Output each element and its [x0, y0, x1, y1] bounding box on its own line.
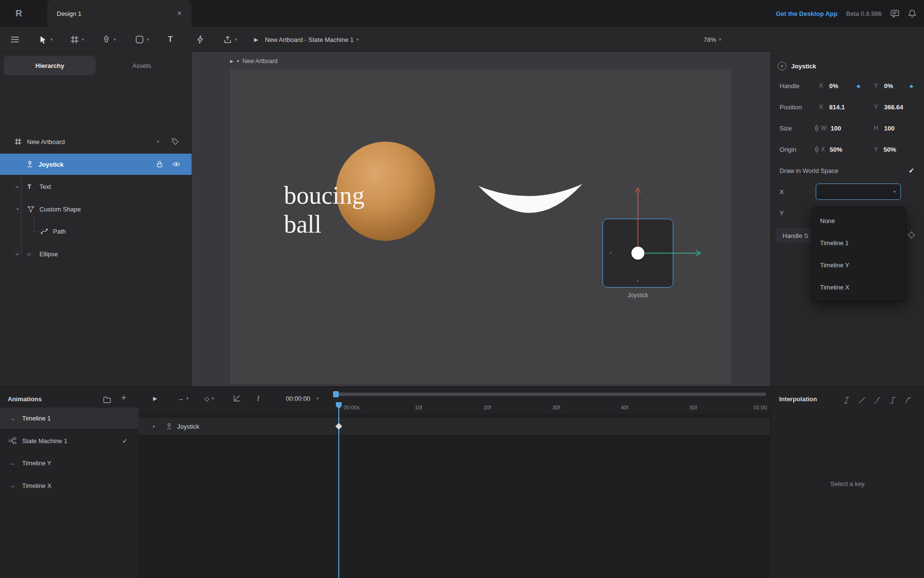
chevron-down-icon[interactable]: ▾	[186, 396, 189, 401]
x-source-dropdown[interactable]: ▾	[816, 184, 901, 200]
chevron-down-icon[interactable]: ▾	[357, 38, 359, 42]
chevron-down-icon[interactable]: ▾	[51, 38, 53, 42]
visibility-eye-icon[interactable]	[172, 161, 180, 168]
animation-item-state-machine-1[interactable]: State Machine 1 ✓	[0, 430, 139, 451]
tree-row-text[interactable]: ▸ T Text	[0, 176, 192, 197]
get-desktop-app-link[interactable]: Get the Desktop App	[776, 10, 837, 17]
shape-tool-button[interactable]: ▾	[135, 27, 149, 52]
playhead-scroll-marker[interactable]	[333, 391, 339, 397]
animation-item-timeline-x[interactable]: → Timeline X	[0, 475, 139, 496]
rive-logo-button[interactable]: R	[12, 6, 26, 21]
chevron-down-icon[interactable]: ▾	[235, 38, 237, 42]
chevron-right-icon[interactable]: ▸	[13, 183, 22, 191]
play-button[interactable]: ▶	[153, 387, 157, 410]
add-animation-icon[interactable]: +	[121, 393, 127, 403]
play-icon[interactable]: ▶	[254, 37, 258, 42]
handle-source-label: Handle S	[783, 232, 808, 239]
lock-icon[interactable]	[156, 160, 163, 168]
track-row-joystick[interactable]: ▸ Joystick	[139, 418, 770, 435]
export-button[interactable]: ▾	[223, 27, 237, 52]
chevron-down-icon[interactable]: ▾	[157, 140, 159, 144]
chevron-right-icon[interactable]: ▸	[13, 250, 22, 258]
interp-cubic-icon[interactable]	[873, 396, 881, 404]
interp-linear-icon[interactable]	[858, 396, 866, 404]
notifications-bell-icon[interactable]	[908, 9, 916, 18]
artboard-header[interactable]: ▶ ● New Artboard	[230, 56, 277, 66]
tree-row-path[interactable]: Path	[0, 221, 192, 242]
document-tab[interactable]: Design 1 ×	[47, 0, 192, 27]
interp-custom-icon[interactable]	[904, 396, 912, 404]
chevron-down-icon[interactable]: ▾	[82, 38, 84, 42]
preview-playback[interactable]: ▶ New Artboard - State Machine 1 ▾	[254, 27, 359, 52]
events-tool-button[interactable]	[196, 27, 204, 52]
axis-key: X	[821, 146, 825, 153]
keyframe-diamond-icon[interactable]: ◆	[910, 83, 913, 89]
new-folder-icon[interactable]	[103, 396, 111, 403]
dropdown-option-none[interactable]: None	[812, 210, 906, 232]
chevron-right-icon[interactable]: ▸	[153, 424, 155, 429]
keyframe-diamond-icon[interactable]: ◆	[857, 83, 860, 89]
graph-editor-button[interactable]	[233, 387, 241, 410]
tab-assets[interactable]: Assets	[96, 56, 188, 75]
chevron-down-icon[interactable]: ▾	[893, 190, 896, 194]
playhead-line[interactable]	[338, 408, 339, 578]
chevron-down-icon[interactable]: ▾	[317, 396, 319, 401]
keyframe-marker[interactable]	[335, 423, 342, 430]
position-x-value[interactable]: 814.1	[829, 104, 845, 111]
tree-row-joystick[interactable]: Joystick	[0, 154, 192, 175]
pen-tool-button[interactable]: ▾	[102, 27, 116, 52]
checkbox-checked[interactable]: ✓	[909, 167, 914, 174]
interpolation-tool-button[interactable]: I	[257, 387, 259, 410]
chevron-down-icon[interactable]: ▾	[719, 38, 721, 42]
hierarchy-assets-tabs: Hierarchy Assets	[4, 56, 188, 75]
size-h-value[interactable]: 100	[884, 125, 895, 132]
close-tab-icon[interactable]: ×	[177, 9, 182, 18]
interp-italic-icon[interactable]	[843, 396, 850, 404]
handle-y-value[interactable]: 0%	[884, 82, 893, 90]
zoom-control[interactable]: 78% ▾	[704, 27, 721, 52]
text-tool-button[interactable]: T	[168, 27, 173, 52]
animation-item-timeline-1[interactable]: → Timeline 1	[0, 407, 139, 429]
origin-y-value[interactable]: 50%	[884, 146, 896, 153]
target-icon[interactable]	[907, 231, 916, 239]
tab-hierarchy[interactable]: Hierarchy	[4, 56, 96, 75]
artboard[interactable]: boucing ball Joystick	[230, 69, 731, 384]
transition-tool-button[interactable]: → ▾	[177, 387, 189, 410]
joystick-widget[interactable]: Joystick	[603, 219, 673, 288]
chevron-down-icon[interactable]: ▾	[147, 38, 149, 42]
keyframe-tool-button[interactable]: ◇ ▾	[205, 387, 214, 410]
size-w-value[interactable]: 100	[831, 125, 841, 132]
main-menu-button[interactable]	[11, 27, 19, 52]
interpolation-empty-state: Select a key	[770, 480, 924, 487]
interp-hold-icon[interactable]	[889, 396, 897, 404]
artboard-tool-button[interactable]: ▾	[70, 27, 84, 52]
play-icon[interactable]: ▶	[230, 59, 233, 64]
tree-row-artboard[interactable]: New Artboard ▾	[0, 131, 192, 152]
crescent-shape[interactable]	[477, 179, 583, 218]
handle-x-value[interactable]: 0%	[829, 82, 838, 90]
canvas-text[interactable]: boucing ball	[284, 181, 365, 239]
select-tool-button[interactable]: ▾	[38, 27, 53, 52]
tree-row-ellipse[interactable]: ▸ ○ Ellipse	[0, 243, 192, 264]
dropdown-option-timeline-x[interactable]: Timeline X	[812, 276, 906, 298]
link-icon[interactable]	[814, 124, 819, 132]
chevron-down-icon[interactable]: ▾	[114, 38, 116, 42]
chevron-down-icon[interactable]: ▾	[13, 205, 22, 213]
collapse-section-icon[interactable]: ▾	[778, 62, 786, 70]
dropdown-option-timeline-y[interactable]: Timeline Y	[812, 254, 906, 276]
artboard-title[interactable]: New Artboard	[243, 58, 278, 65]
timeline-zoom-scrollbar[interactable]	[336, 393, 766, 396]
origin-x-value[interactable]: 50%	[830, 146, 842, 153]
joystick-handle[interactable]	[631, 247, 644, 260]
timeline-tracks[interactable]: ▸ Joystick	[139, 414, 770, 578]
feedback-icon[interactable]	[890, 10, 899, 18]
dropdown-option-timeline-1[interactable]: Timeline 1	[812, 232, 906, 254]
tree-row-custom-shape[interactable]: ▾ Custom Shape	[0, 198, 192, 220]
position-y-value[interactable]: 366.64	[884, 104, 903, 111]
tag-icon[interactable]	[171, 138, 179, 145]
chevron-down-icon[interactable]: ▾	[212, 396, 214, 401]
time-display[interactable]: 00:00:00 ▾	[286, 387, 319, 410]
animation-item-timeline-y[interactable]: → Timeline Y	[0, 452, 139, 473]
canvas[interactable]: ▶ ● New Artboard boucing ball	[192, 52, 770, 386]
link-icon[interactable]	[814, 145, 819, 154]
